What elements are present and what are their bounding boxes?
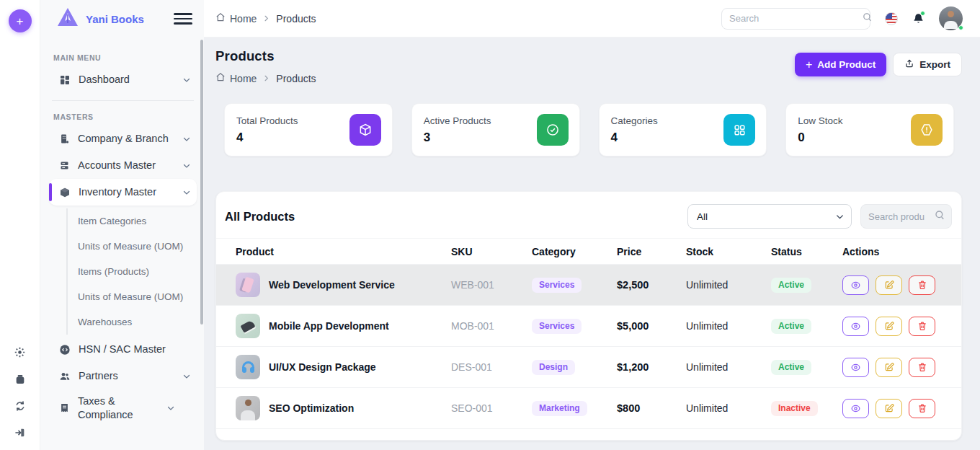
category-badge: Services: [532, 319, 582, 334]
brand-name: Yani Books: [86, 13, 167, 25]
sidebar-item-taxes-compliance[interactable]: Taxes & Compliance: [49, 389, 197, 427]
table-footer-spacer: [216, 429, 961, 438]
export-icon: [904, 58, 914, 71]
sidebar-header: Yani Books: [40, 0, 204, 38]
product-image: [236, 314, 260, 338]
table-search-input[interactable]: [868, 211, 931, 222]
product-stock: Unlimited: [686, 320, 771, 332]
sidebar-subitem[interactable]: Units of Measure (UOM): [78, 234, 197, 259]
page-header: Products Home Products + Add Product: [204, 38, 980, 84]
page-actions: + Add Product Export: [795, 53, 962, 76]
chevron-down-icon: [182, 76, 191, 84]
sidebar-item-accounts-master[interactable]: Accounts Master: [49, 152, 197, 179]
products-card-header: All Products All: [216, 192, 961, 238]
sidebar-item-hsn-sac-master[interactable]: HSN / SAC Master: [49, 336, 197, 363]
edit-button[interactable]: [876, 317, 902, 336]
delete-button[interactable]: [909, 358, 935, 377]
view-button[interactable]: [842, 399, 869, 418]
notifications-bell-icon[interactable]: [912, 12, 925, 25]
quick-add-button[interactable]: +: [9, 9, 32, 32]
sidebar-item-dashboard[interactable]: Dashboard: [49, 66, 197, 93]
sidebar-subitem[interactable]: Units of Measure (UOM): [78, 284, 197, 309]
edit-button[interactable]: [876, 358, 902, 377]
sidebar-nav: MAIN MENU Dashboard MASTERS Company & Br…: [40, 38, 204, 450]
menu-toggle-icon[interactable]: [174, 13, 192, 25]
breadcrumb-home-link[interactable]: Home: [215, 12, 257, 25]
col-price: Price: [617, 246, 686, 257]
chevron-down-icon: [182, 162, 191, 170]
export-button[interactable]: Export: [893, 53, 962, 76]
delete-button[interactable]: [909, 317, 935, 336]
alert-hexagon-icon: [911, 114, 943, 146]
table-row[interactable]: SEO Optimization SEO-001 Marketing $800 …: [216, 388, 961, 429]
table-search[interactable]: [860, 204, 952, 229]
breadcrumb-home-link[interactable]: Home: [215, 72, 257, 84]
product-stock: Unlimited: [686, 361, 771, 373]
view-button[interactable]: [842, 275, 869, 295]
page-title: Products: [215, 48, 316, 64]
topbar-actions: [721, 6, 963, 30]
breadcrumb-current: Products: [276, 73, 316, 84]
user-avatar[interactable]: [939, 6, 963, 30]
sidebar-subitem[interactable]: Warehouses: [78, 309, 197, 335]
home-icon: [215, 72, 226, 84]
product-image: [236, 355, 260, 379]
view-button[interactable]: [842, 358, 869, 377]
status-badge: Inactive: [771, 401, 818, 416]
product-stock: Unlimited: [686, 279, 771, 291]
product-sku: WEB-001: [451, 279, 532, 291]
sidebar-divider: [52, 100, 194, 101]
sidebar-subitem[interactable]: Items (Products): [78, 259, 197, 284]
add-product-button[interactable]: + Add Product: [795, 53, 886, 76]
view-button[interactable]: [842, 317, 869, 336]
product-image: [236, 273, 260, 297]
status-badge: Active: [771, 319, 811, 334]
stats-row: Total Products4 Active Products3 Categor…: [224, 103, 954, 156]
chevron-right-icon: [262, 14, 270, 22]
users-icon: [59, 371, 71, 382]
sidebar-subitem[interactable]: Item Categories: [78, 208, 197, 234]
logout-icon[interactable]: [14, 427, 26, 438]
box-icon: [349, 114, 381, 146]
global-search[interactable]: [721, 8, 870, 30]
sidebar-item-inventory-master[interactable]: Inventory Master: [49, 179, 197, 206]
col-status: Status: [771, 246, 842, 257]
receipt-icon: [59, 402, 70, 413]
language-flag-icon[interactable]: [885, 12, 898, 25]
category-badge: Marketing: [532, 401, 587, 416]
stat-card-categories: Categories4: [599, 103, 767, 156]
plus-icon: +: [806, 59, 812, 71]
rail-bottom-icons: [14, 346, 26, 438]
sync-icon[interactable]: [14, 400, 26, 412]
category-badge: Services: [532, 278, 582, 293]
section-main-menu: MAIN MENU: [53, 53, 197, 62]
inventory-submenu: Item CategoriesUnits of Measure (UOM)Ite…: [66, 208, 197, 335]
product-price: $1,200: [617, 361, 686, 373]
archive-icon[interactable]: [14, 374, 26, 385]
global-search-input[interactable]: [729, 13, 856, 24]
sidebar-scrollbar[interactable]: [200, 40, 203, 325]
status-badge: Active: [771, 278, 811, 293]
delete-button[interactable]: [909, 275, 935, 295]
edit-button[interactable]: [876, 399, 902, 418]
delete-button[interactable]: [909, 399, 935, 418]
table-row[interactable]: Mobile App Development MOB-001 Services …: [216, 306, 961, 347]
stat-card-active-products: Active Products3: [411, 103, 580, 156]
settings-icon[interactable]: [14, 346, 26, 358]
sidebar-item-company-branch[interactable]: Company & Branch: [49, 125, 197, 152]
product-name: SEO Optimization: [269, 402, 354, 414]
table-controls: All: [687, 204, 952, 229]
table-row[interactable]: Web Development Service WEB-001 Services…: [216, 265, 961, 306]
edit-button[interactable]: [876, 275, 902, 295]
product-sku: MOB-001: [451, 320, 532, 332]
category-filter-select[interactable]: All: [687, 204, 852, 229]
sidebar-item-partners[interactable]: Partners: [49, 363, 197, 389]
table-row[interactable]: UI/UX Design Package DES-001 Design $1,2…: [216, 347, 961, 388]
table-header-row: Product SKU Category Price Stock Status …: [216, 238, 961, 265]
breadcrumb: Home Products: [215, 12, 316, 25]
sidebar: Yani Books MAIN MENU Dashboard MASTERS C…: [40, 0, 204, 450]
product-sku: SEO-001: [451, 402, 532, 414]
col-sku: SKU: [451, 246, 532, 257]
product-price: $2,500: [617, 279, 686, 291]
product-name: UI/UX Design Package: [269, 361, 376, 373]
